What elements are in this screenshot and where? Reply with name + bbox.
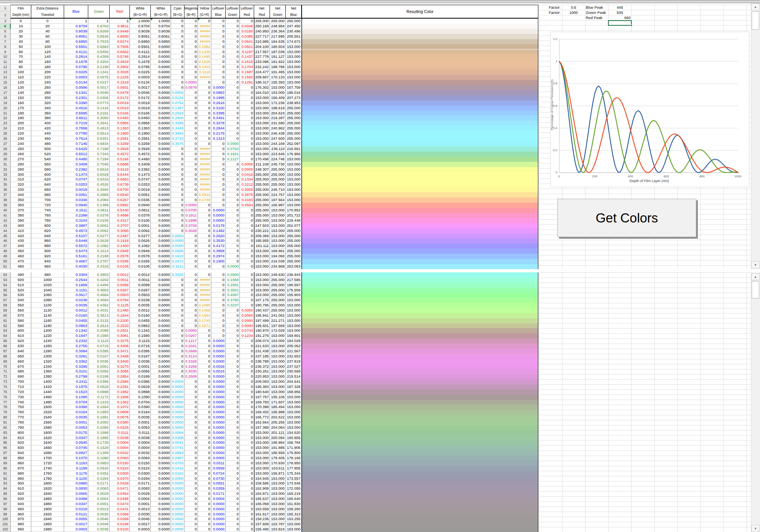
factor1-value[interactable]: 0.6 bbox=[562, 5, 585, 10]
cell[interactable]: 0.0000 bbox=[171, 234, 184, 239]
cell[interactable]: 0 bbox=[198, 126, 211, 131]
cell[interactable]: 0.3124 bbox=[184, 354, 198, 359]
cell[interactable]: 0 bbox=[198, 400, 211, 405]
cell[interactable]: 570 bbox=[11, 313, 31, 318]
cell[interactable]: 0 bbox=[211, 283, 226, 288]
cell[interactable]: 0 bbox=[171, 333, 184, 338]
cell[interactable]: 560 bbox=[11, 308, 31, 313]
cell[interactable]: 1260 bbox=[31, 344, 64, 349]
cell[interactable]: 0.0062 bbox=[88, 228, 110, 234]
cell[interactable]: 0.0000 bbox=[240, 313, 254, 318]
resulting-color-cell[interactable] bbox=[302, 349, 538, 354]
cell[interactable]: 0 bbox=[171, 293, 184, 298]
cell[interactable]: 0 bbox=[226, 167, 240, 172]
cell[interactable]: 0.1416 bbox=[88, 106, 110, 111]
cell[interactable]: 0.6000 bbox=[151, 106, 171, 111]
cell[interactable]: 1220 bbox=[31, 333, 64, 338]
cell[interactable]: 0 bbox=[226, 121, 240, 126]
cell[interactable]: 770 bbox=[11, 415, 31, 420]
cell[interactable]: 80 bbox=[11, 59, 31, 65]
cell[interactable]: 153.000 bbox=[270, 338, 286, 344]
resulting-color-cell[interactable] bbox=[302, 450, 538, 456]
cell[interactable]: 0 bbox=[171, 349, 184, 354]
cell[interactable]: 153.000 bbox=[270, 354, 286, 359]
cell[interactable]: 920 bbox=[31, 254, 64, 259]
cell[interactable]: 0.6000 bbox=[151, 172, 171, 177]
cell[interactable]: 247.450 bbox=[286, 24, 302, 29]
row-header-51[interactable]: 51 bbox=[0, 264, 11, 269]
cell[interactable]: 0 bbox=[171, 213, 184, 218]
cell[interactable]: 260 bbox=[11, 152, 31, 157]
cell[interactable]: 175.344 bbox=[286, 471, 302, 476]
cell[interactable]: 0.0000 bbox=[240, 162, 254, 167]
cell[interactable]: 0.0003 bbox=[130, 75, 151, 80]
cell[interactable]: 0 bbox=[226, 471, 240, 476]
cell[interactable]: 0.3081 bbox=[110, 333, 130, 338]
cell[interactable]: 880 bbox=[31, 243, 64, 249]
cell[interactable]: 0 bbox=[211, 277, 226, 283]
cell[interactable]: 153.000 bbox=[270, 238, 286, 243]
cell[interactable]: 0.1844 bbox=[110, 313, 130, 318]
cell[interactable]: 0.0106 bbox=[130, 218, 151, 223]
cell[interactable]: 0 bbox=[226, 126, 240, 131]
blue-peak-value[interactable]: 445 bbox=[608, 5, 631, 10]
cell[interactable]: 0.0431 bbox=[110, 507, 130, 512]
row-header-67[interactable]: 67 bbox=[0, 349, 11, 354]
cell[interactable]: 0.6000 bbox=[151, 283, 171, 288]
cell[interactable]: 0.1199 bbox=[64, 466, 88, 471]
cell[interactable]: 0 bbox=[240, 486, 254, 491]
cell[interactable]: 380 bbox=[31, 116, 64, 121]
cell[interactable]: 0 bbox=[171, 65, 184, 70]
row-header-43[interactable]: 43 bbox=[0, 223, 11, 228]
cell[interactable]: 1620 bbox=[31, 435, 64, 441]
cell[interactable]: 0.0026 bbox=[211, 364, 226, 369]
cell[interactable]: 0.0004 bbox=[110, 440, 130, 445]
cell[interactable]: 255.000 bbox=[254, 187, 270, 192]
cell[interactable]: 0.3362 bbox=[64, 359, 88, 364]
cell[interactable]: 160.855 bbox=[286, 435, 302, 441]
cell[interactable]: 0 bbox=[211, 19, 226, 24]
row-header-21[interactable]: 21 bbox=[0, 111, 11, 116]
cell[interactable]: 0.6000 bbox=[151, 466, 171, 471]
row-header-16[interactable]: 16 bbox=[0, 85, 11, 90]
cell[interactable]: 164.010 bbox=[254, 90, 270, 95]
cell[interactable]: 0 bbox=[198, 234, 211, 239]
cell[interactable]: 0 bbox=[198, 141, 211, 146]
cell[interactable]: 0 bbox=[226, 259, 240, 264]
cell[interactable]: 157.608 bbox=[254, 522, 270, 527]
cell[interactable]: 0.6000 bbox=[151, 491, 171, 496]
cell[interactable]: 0.1403 bbox=[198, 65, 211, 70]
cell[interactable]: 155.313 bbox=[286, 512, 302, 517]
cell[interactable]: 0.6000 bbox=[151, 264, 171, 269]
cell[interactable]: 238.953 bbox=[286, 101, 302, 106]
cell[interactable]: 0.1918 bbox=[110, 238, 130, 243]
cell[interactable]: 0.0416 bbox=[171, 466, 184, 471]
row-header-70[interactable]: 70 bbox=[0, 364, 11, 369]
cell[interactable]: 0.0012 bbox=[64, 308, 88, 313]
cell[interactable]: 153.000 bbox=[270, 234, 286, 239]
cell[interactable]: 0 bbox=[198, 430, 211, 435]
cell[interactable]: 153.000 bbox=[270, 349, 286, 354]
cell[interactable]: 0.6000 bbox=[151, 213, 171, 218]
resulting-color-cell[interactable] bbox=[302, 435, 538, 441]
cell[interactable]: 670 bbox=[11, 364, 31, 369]
cell[interactable]: 390 bbox=[11, 218, 31, 223]
cell[interactable]: 0.5614 bbox=[88, 131, 110, 136]
cell[interactable]: 0 bbox=[171, 208, 184, 213]
cell[interactable]: 0.6000 bbox=[151, 234, 171, 239]
cell[interactable]: 176.302 bbox=[254, 85, 270, 90]
cell[interactable]: 0.0000 bbox=[184, 328, 198, 333]
cell[interactable]: 0 bbox=[240, 95, 254, 101]
cell[interactable]: 0.1437 bbox=[240, 54, 254, 59]
cell[interactable]: 0.0013 bbox=[130, 507, 151, 512]
cell[interactable]: 0 bbox=[240, 405, 254, 410]
cell[interactable]: 0.0000 bbox=[240, 167, 254, 172]
cell[interactable]: 161.617 bbox=[254, 512, 270, 517]
cell[interactable]: 0.0000 bbox=[171, 90, 184, 95]
cell[interactable]: 0.1397 bbox=[171, 106, 184, 111]
cell[interactable]: 0.0064 bbox=[171, 430, 184, 435]
cell[interactable]: 0.1615 bbox=[240, 59, 254, 65]
cell[interactable]: 0.0055 bbox=[64, 517, 88, 522]
cell[interactable]: 0 bbox=[240, 101, 254, 106]
cell[interactable]: 153.000 bbox=[286, 182, 302, 187]
